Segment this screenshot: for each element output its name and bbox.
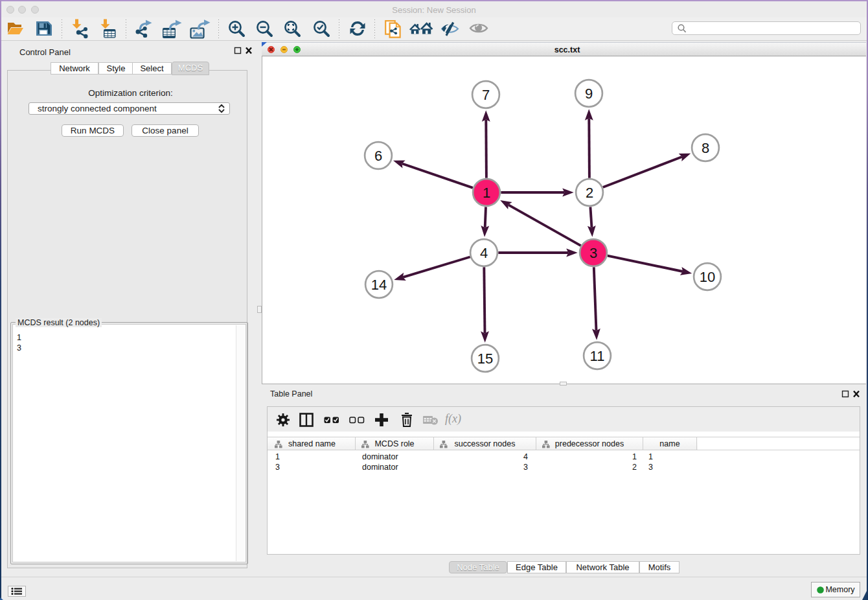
svg-text:11: 11 [590,348,605,364]
svg-text:7: 7 [482,87,490,103]
svg-text:3: 3 [589,245,597,261]
svg-text:6: 6 [374,148,382,164]
svg-text:1: 1 [483,185,490,201]
svg-text:4: 4 [480,245,488,261]
svg-text:9: 9 [585,86,593,102]
svg-text:15: 15 [477,351,493,367]
svg-text:10: 10 [700,269,715,285]
svg-text:8: 8 [702,140,709,156]
svg-text:14: 14 [371,277,387,293]
svg-text:2: 2 [586,185,593,201]
